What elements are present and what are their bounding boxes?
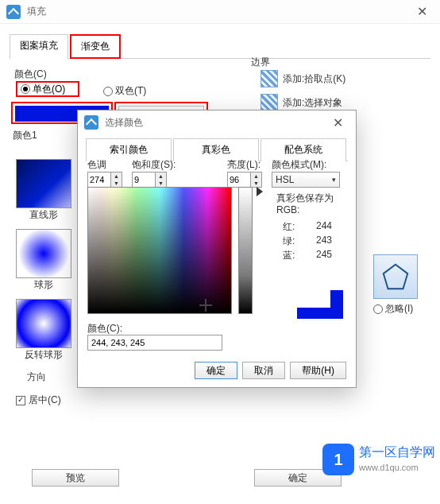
parent-tabs: 图案填充 渐变色 (10, 33, 430, 59)
b-label: 蓝: (283, 250, 295, 261)
sat-label: 饱和度(S): (132, 158, 176, 172)
app-icon (6, 5, 21, 19)
mode-value: HSL (276, 174, 294, 185)
color-picker-dialog: 选择颜色 ✕ 索引颜色 真彩色 配色系统 色调 ▲▼ 饱和度(S): ▲▼ 亮度… (77, 110, 357, 388)
color-label: 颜色(C) (14, 68, 47, 81)
mode-label: 颜色模式(M): (272, 158, 340, 172)
direction-label: 方向 (27, 370, 46, 384)
parent-titlebar: 填充 ✕ (0, 0, 440, 24)
ignore-label: 忽略(I) (385, 303, 413, 314)
tab-gradient[interactable]: 渐变色 (70, 34, 121, 59)
radio-single-highlight: 单色(O) (16, 81, 79, 97)
wm-line2: www.d1qu.com (359, 463, 419, 472)
add-pick-label: 添加:拾取点(K) (283, 72, 345, 86)
thumb-revsphere-label: 反转球形 (16, 348, 71, 362)
lum-spinner[interactable]: ▲▼ (227, 172, 262, 188)
lum-label: 亮度(L): (227, 158, 262, 172)
add-select-label: 添加:选择对象 (283, 96, 342, 110)
picker-title: 选择颜色 (105, 116, 143, 130)
select-obj-icon[interactable] (261, 94, 278, 111)
hue-label: 色调 (87, 158, 122, 172)
g-val: 243 (316, 235, 332, 246)
color-field-input[interactable] (87, 335, 222, 351)
luminance-bar[interactable] (238, 187, 253, 314)
svg-marker-0 (384, 265, 407, 289)
color1-label: 颜色1 (13, 129, 37, 142)
thumb-sphere[interactable] (16, 229, 71, 278)
parent-body: 图案填充 渐变色 颜色(C) 单色(O) 双色(T) ▸ 颜色1 直线形 球形 … (0, 24, 440, 68)
wm-line1: 第一区自学网 (359, 445, 435, 459)
crosshair-icon[interactable] (199, 299, 212, 312)
color-preview-shape (297, 290, 343, 319)
centered-checkbox[interactable] (16, 396, 25, 405)
picker-app-icon (84, 115, 98, 130)
centered-label: 居中(C) (29, 394, 61, 407)
rgb-label: RGB: (276, 204, 299, 215)
b-val: 245 (316, 249, 332, 260)
lum-input[interactable] (228, 173, 250, 187)
tab-pattern-fill[interactable]: 图案填充 (10, 34, 68, 59)
watermark-text: 第一区自学网 www.d1qu.com (359, 445, 435, 473)
sat-input[interactable] (133, 173, 155, 187)
radio-double[interactable] (103, 87, 113, 96)
picker-cancel-button[interactable]: 取消 (242, 362, 285, 379)
thumb-sphere-label: 球形 (16, 278, 71, 292)
r-label: 红: (283, 221, 295, 232)
preview-button[interactable]: 预览 (32, 469, 119, 487)
picker-footer: 确定 取消 帮助(H) (195, 362, 346, 379)
sat-spinner[interactable]: ▲▼ (132, 172, 167, 188)
border-label: 边界 (251, 56, 270, 69)
radio-double-label: 双色(T) (115, 84, 146, 98)
r-val: 244 (316, 220, 332, 231)
saveas-label: 真彩色保存为 (276, 192, 334, 205)
thumb-linear-label: 直线形 (16, 208, 71, 222)
color-canvas[interactable] (87, 187, 232, 314)
parent-title: 填充 (27, 5, 46, 18)
radio-single[interactable] (21, 84, 30, 94)
watermark-icon: 1 (322, 444, 354, 475)
pentagon-preview (373, 254, 418, 299)
radio-single-label: 单色(O) (33, 83, 65, 96)
thumb-linear[interactable] (16, 159, 71, 208)
thumb-revsphere[interactable] (16, 299, 71, 348)
g-label: 绿: (283, 235, 295, 246)
close-icon[interactable]: ✕ (411, 1, 434, 22)
pick-point-icon[interactable] (261, 70, 278, 87)
watermark: 1 第一区自学网 www.d1qu.com (322, 444, 435, 475)
picker-titlebar: 选择颜色 ✕ (78, 110, 356, 134)
picker-close-icon[interactable]: ✕ (326, 112, 349, 134)
pentagon-icon (380, 262, 411, 292)
radio-ignore[interactable] (373, 304, 383, 314)
hue-spinner[interactable]: ▲▼ (87, 172, 122, 188)
mode-select[interactable]: HSL ▾ (272, 172, 340, 188)
hue-input[interactable] (88, 173, 110, 187)
picker-help-button[interactable]: 帮助(H) (290, 362, 346, 379)
lum-marker-icon[interactable] (257, 187, 263, 196)
picker-ok-button[interactable]: 确定 (195, 362, 237, 379)
color-field-label: 颜色(C): (87, 322, 122, 335)
